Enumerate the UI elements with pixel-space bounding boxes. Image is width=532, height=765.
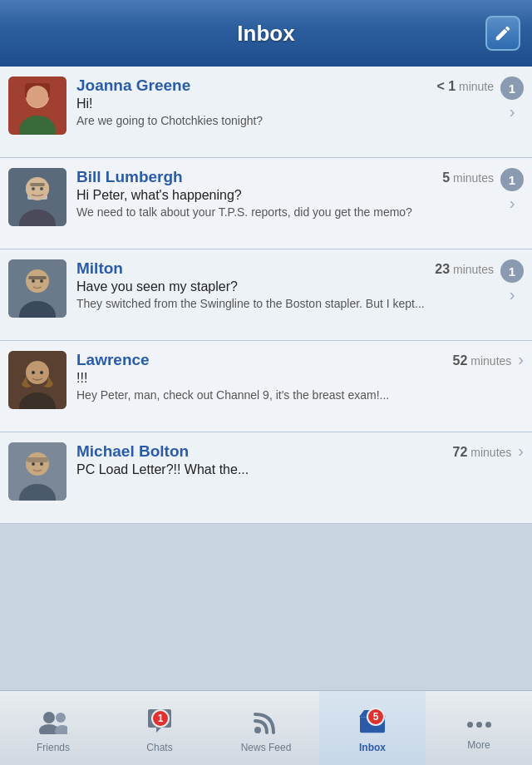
unread-badge: 1 bbox=[500, 259, 524, 283]
svg-rect-32 bbox=[27, 457, 48, 462]
dot3 bbox=[485, 722, 491, 728]
svg-point-11 bbox=[40, 187, 43, 190]
chevron-right-icon: › bbox=[518, 351, 524, 368]
chats-badge: 1 bbox=[151, 709, 170, 728]
svg-rect-19 bbox=[28, 276, 47, 279]
svg-point-4 bbox=[27, 86, 48, 107]
chevron-right-icon: › bbox=[510, 286, 515, 303]
dot2 bbox=[476, 722, 482, 728]
inbox-badge: 5 bbox=[367, 708, 385, 726]
message-content: Milton 23 minutes Have you seen my stapl… bbox=[76, 259, 494, 312]
tab-more[interactable]: More bbox=[426, 691, 532, 765]
page-title: Inbox bbox=[237, 21, 294, 47]
avatar bbox=[8, 168, 66, 226]
newsfeed-icon bbox=[254, 709, 278, 740]
avatar bbox=[8, 351, 66, 409]
tab-inbox-label: Inbox bbox=[359, 742, 386, 753]
timestamp: 5 minutes bbox=[442, 170, 494, 185]
chevron-right-icon: › bbox=[510, 195, 515, 211]
message-content: Lawrence 52 minutes !!! Hey Peter, man, … bbox=[76, 351, 511, 403]
avatar bbox=[8, 259, 66, 318]
svg-point-36 bbox=[55, 725, 67, 734]
chevron-right-icon: › bbox=[518, 442, 524, 459]
avatar bbox=[8, 442, 66, 501]
tab-newsfeed-label: News Feed bbox=[241, 742, 292, 753]
svg-point-10 bbox=[32, 187, 35, 190]
tab-newsfeed[interactable]: News Feed bbox=[213, 691, 319, 765]
chevron-right-icon: › bbox=[510, 103, 515, 120]
friends-icon bbox=[39, 709, 67, 740]
unread-badge: 1 bbox=[500, 168, 524, 191]
tab-friends-label: Friends bbox=[37, 742, 70, 753]
message-preview: Are we going to Chotchkies tonight? bbox=[76, 113, 494, 129]
svg-point-35 bbox=[56, 713, 66, 723]
message-preview: They switched from the Swingline to the … bbox=[76, 296, 494, 312]
timestamp: 72 minutes bbox=[453, 445, 512, 460]
timestamp: < 1 minute bbox=[436, 79, 494, 94]
message-item[interactable]: Lawrence 52 minutes !!! Hey Peter, man, … bbox=[0, 341, 532, 432]
avatar bbox=[8, 76, 66, 135]
compose-icon bbox=[494, 24, 512, 42]
unread-badge: 1 bbox=[500, 76, 524, 100]
chats-icon: 1 bbox=[146, 709, 173, 740]
message-first-line: Hi! bbox=[76, 96, 494, 111]
message-preview: We need to talk about your T.P.S. report… bbox=[76, 205, 494, 220]
svg-rect-12 bbox=[30, 183, 45, 186]
inbox-icon: 5 bbox=[358, 709, 387, 740]
message-actions: › bbox=[518, 442, 524, 459]
message-list: Joanna Greene < 1 minute Hi! Are we goin… bbox=[0, 67, 532, 690]
message-first-line: PC Load Letter?!! What the... bbox=[76, 462, 511, 477]
message-first-line: !!! bbox=[76, 371, 511, 386]
timestamp: 52 minutes bbox=[453, 353, 512, 368]
message-item[interactable]: Michael Bolton 72 minutes PC Load Letter… bbox=[0, 432, 532, 524]
tab-chats-label: Chats bbox=[146, 742, 172, 753]
sender-name: Milton bbox=[76, 259, 123, 278]
message-actions: 1 › bbox=[500, 76, 524, 120]
message-first-line: Have you seen my stapler? bbox=[76, 279, 494, 294]
message-content: Bill Lumbergh 5 minutes Hi Peter, what's… bbox=[76, 168, 494, 220]
message-content: Michael Bolton 72 minutes PC Load Letter… bbox=[76, 442, 511, 479]
tab-bar: Friends 1 Chats News Feed bbox=[0, 690, 532, 765]
message-first-line: Hi Peter, what's happening? bbox=[76, 188, 494, 203]
message-actions: 1 › bbox=[500, 168, 524, 211]
tab-friends[interactable]: Friends bbox=[0, 691, 106, 765]
tab-chats[interactable]: 1 Chats bbox=[106, 691, 213, 765]
message-actions: 1 › bbox=[500, 259, 524, 303]
message-item[interactable]: Joanna Greene < 1 minute Hi! Are we goin… bbox=[0, 67, 532, 158]
tab-more-label: More bbox=[467, 739, 490, 751]
svg-point-25 bbox=[40, 371, 43, 374]
message-actions: › bbox=[518, 351, 524, 368]
sender-name: Michael Bolton bbox=[76, 442, 189, 461]
header: Inbox bbox=[0, 0, 532, 67]
timestamp: 23 minutes bbox=[435, 262, 494, 277]
sender-name: Joanna Greene bbox=[76, 76, 190, 95]
message-item[interactable]: Milton 23 minutes Have you seen my stapl… bbox=[0, 249, 532, 341]
svg-point-33 bbox=[43, 712, 55, 723]
svg-point-37 bbox=[254, 727, 261, 733]
svg-point-31 bbox=[40, 462, 43, 466]
message-preview: Hey Peter, man, check out Channel 9, it'… bbox=[76, 387, 511, 403]
sender-name: Lawrence bbox=[76, 351, 150, 369]
message-content: Joanna Greene < 1 minute Hi! Are we goin… bbox=[76, 76, 494, 129]
sender-name: Bill Lumbergh bbox=[76, 168, 183, 186]
tab-inbox[interactable]: 5 Inbox bbox=[319, 691, 426, 765]
dot1 bbox=[467, 722, 473, 728]
svg-point-18 bbox=[40, 279, 43, 283]
compose-button[interactable] bbox=[485, 16, 520, 51]
svg-point-17 bbox=[32, 279, 35, 283]
svg-point-24 bbox=[32, 371, 35, 374]
message-item[interactable]: Bill Lumbergh 5 minutes Hi Peter, what's… bbox=[0, 158, 532, 249]
more-icon bbox=[467, 713, 491, 738]
svg-point-30 bbox=[32, 462, 35, 466]
